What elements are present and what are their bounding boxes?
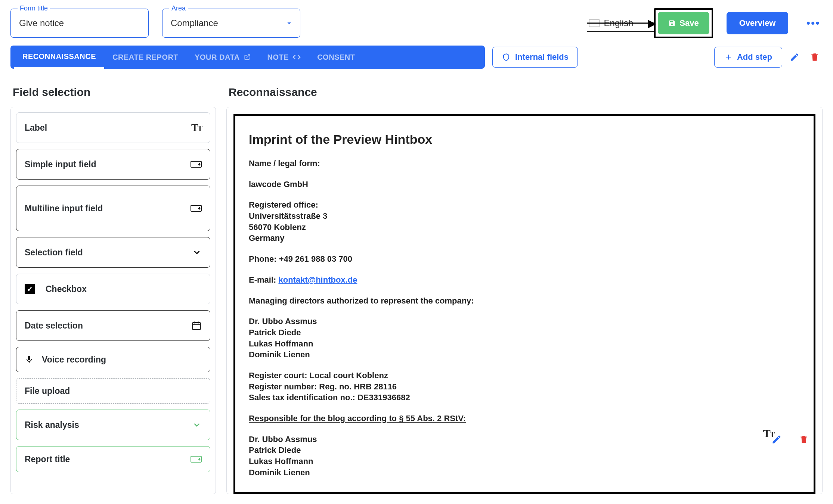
input-icon — [191, 455, 202, 464]
input-icon — [191, 160, 202, 169]
form-preview-panel: Imprint of the Preview Hintbox Name / le… — [226, 107, 823, 494]
tab-reconnaissance[interactable]: RECONNAISSANCE — [14, 46, 104, 69]
delete-step-icon[interactable] — [810, 52, 823, 62]
step-tabs: RECONNAISSANCE CREATE REPORT YOUR DATA N… — [10, 46, 485, 69]
imprint-address: Registered office: Universitätsstraße 3 … — [249, 199, 800, 244]
overview-button-label: Overview — [739, 18, 776, 28]
imprint-responsible-label: Responsible for the blog according to § … — [249, 413, 800, 424]
field-palette: Label TT Simple input field Multiline in… — [10, 107, 216, 494]
imprint-responsible: Dr. Ubbo Assmus Patrick Diede Lukas Hoff… — [249, 434, 800, 478]
imprint-directors: Dr. Ubbo Assmus Patrick Diede Lukas Hoff… — [249, 316, 800, 360]
field-voice-recording[interactable]: Voice recording — [16, 347, 210, 372]
form-title-value: Give notice — [19, 18, 64, 28]
save-button[interactable]: Save — [658, 12, 709, 34]
imprint-md-label: Managing directors authorized to represe… — [249, 295, 800, 307]
language-selector[interactable]: English — [589, 18, 641, 28]
imprint-title: Imprint of the Preview Hintbox — [249, 132, 800, 147]
imprint-block[interactable]: Imprint of the Preview Hintbox Name / le… — [233, 114, 815, 494]
field-date-selection[interactable]: Date selection — [16, 310, 210, 341]
field-multiline-input[interactable]: Multiline input field — [16, 186, 210, 231]
field-checkbox[interactable]: ✓ Checkbox — [16, 274, 210, 304]
imprint-email: E-mail: kontakt@hintbox.de — [249, 274, 800, 286]
svg-rect-2 — [193, 323, 201, 330]
add-step-label: Add step — [737, 52, 772, 62]
save-icon — [668, 19, 676, 27]
field-selection[interactable]: Selection field — [16, 237, 210, 268]
annotation-save-box: Save — [654, 8, 713, 38]
tab-note[interactable]: NOTE — [259, 46, 309, 69]
area-select[interactable]: Area Compliance — [162, 9, 300, 38]
edit-step-icon[interactable] — [790, 52, 802, 62]
form-title-field[interactable]: Form title Give notice — [10, 9, 149, 38]
imprint-name-label: Name / legal form: — [249, 158, 800, 169]
internal-fields-label: Internal fields — [515, 52, 569, 62]
chevron-down-icon — [285, 19, 293, 27]
add-step-button[interactable]: Add step — [714, 47, 782, 68]
calendar-icon — [191, 320, 202, 331]
imprint-company: lawcode GmbH — [249, 179, 800, 190]
plus-icon — [724, 53, 733, 61]
mic-icon — [25, 354, 42, 365]
imprint-register: Register court: Local court Koblenz Regi… — [249, 370, 800, 403]
field-label[interactable]: Label TT — [16, 112, 210, 143]
field-report-title[interactable]: Report title — [16, 446, 210, 472]
tab-consent[interactable]: CONSENT — [309, 46, 363, 69]
delete-block-icon[interactable] — [799, 435, 809, 444]
input-icon — [191, 204, 202, 213]
field-selection-heading: Field selection — [13, 86, 216, 99]
code-icon — [292, 53, 301, 61]
field-file-upload[interactable]: File upload — [16, 378, 210, 404]
tab-create-report[interactable]: CREATE REPORT — [104, 46, 186, 69]
field-simple-input[interactable]: Simple input field — [16, 149, 210, 180]
form-title-label: Form title — [18, 4, 50, 12]
internal-fields-button[interactable]: Internal fields — [492, 47, 578, 68]
external-link-icon — [244, 53, 251, 61]
tab-your-data[interactable]: YOUR DATA — [186, 46, 259, 69]
more-menu-icon[interactable]: ••• — [802, 17, 823, 29]
text-format-icon: TT — [191, 122, 202, 134]
field-risk-analysis[interactable]: Risk analysis — [16, 410, 210, 440]
annotation-arrow — [587, 23, 656, 24]
chevron-down-icon — [192, 420, 202, 430]
annotation-underline — [587, 31, 656, 32]
overview-button[interactable]: Overview — [727, 12, 789, 34]
save-button-label: Save — [679, 18, 699, 28]
chevron-down-icon — [192, 248, 202, 257]
shield-icon — [502, 53, 511, 62]
checkbox-icon: ✓ — [25, 284, 35, 294]
preview-heading: Reconnaissance — [229, 86, 823, 99]
area-label: Area — [169, 4, 188, 12]
imprint-phone: Phone: +49 261 988 03 700 — [249, 253, 800, 265]
edit-block-icon[interactable] — [771, 434, 782, 445]
area-value: Compliance — [171, 18, 218, 28]
imprint-email-link[interactable]: kontakt@hintbox.de — [278, 275, 357, 284]
